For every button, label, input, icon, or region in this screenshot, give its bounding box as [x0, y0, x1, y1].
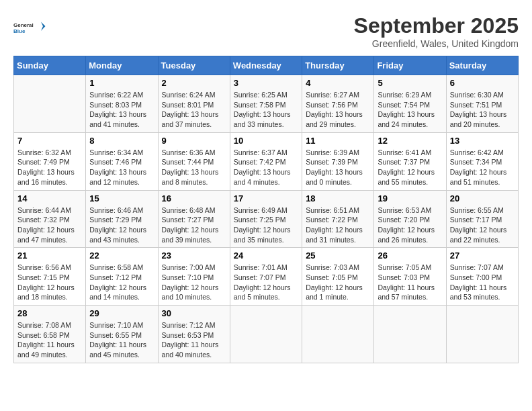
day-info: Sunrise: 6:56 AMSunset: 7:15 PMDaylight:… — [17, 263, 82, 302]
header-wednesday: Wednesday — [230, 56, 302, 75]
header-friday: Friday — [374, 56, 446, 75]
day-number: 17 — [234, 193, 298, 203]
day-info: Sunrise: 6:27 AMSunset: 7:56 PMDaylight:… — [306, 90, 370, 130]
day-cell: 12Sunrise: 6:41 AMSunset: 7:37 PMDayligh… — [374, 132, 446, 190]
day-cell: 14Sunrise: 6:44 AMSunset: 7:32 PMDayligh… — [14, 190, 86, 248]
day-info: Sunrise: 6:30 AMSunset: 7:51 PMDaylight:… — [450, 90, 515, 130]
day-cell: 27Sunrise: 7:07 AMSunset: 7:00 PMDayligh… — [446, 248, 518, 306]
svg-text:Blue: Blue — [13, 28, 26, 34]
day-info: Sunrise: 7:01 AMSunset: 7:07 PMDaylight:… — [234, 263, 298, 302]
day-info: Sunrise: 6:36 AMSunset: 7:44 PMDaylight:… — [162, 148, 226, 187]
location: Greenfield, Wales, United Kingdom — [354, 38, 519, 49]
day-number: 29 — [89, 308, 154, 318]
day-cell: 25Sunrise: 7:03 AMSunset: 7:05 PMDayligh… — [302, 248, 374, 306]
day-cell: 13Sunrise: 6:42 AMSunset: 7:34 PMDayligh… — [446, 132, 518, 190]
day-number: 9 — [162, 136, 226, 146]
day-cell: 16Sunrise: 6:48 AMSunset: 7:27 PMDayligh… — [158, 190, 230, 248]
calendar-table: SundayMondayTuesdayWednesdayThursdayFrid… — [13, 56, 519, 363]
day-cell: 20Sunrise: 6:55 AMSunset: 7:17 PMDayligh… — [446, 190, 518, 248]
week-row-2: 7Sunrise: 6:32 AMSunset: 7:49 PMDaylight… — [14, 132, 519, 190]
day-info: Sunrise: 7:03 AMSunset: 7:05 PMDaylight:… — [306, 263, 370, 302]
day-cell: 5Sunrise: 6:29 AMSunset: 7:54 PMDaylight… — [374, 75, 446, 133]
week-row-5: 28Sunrise: 7:08 AMSunset: 6:58 PMDayligh… — [14, 306, 519, 363]
day-number: 19 — [378, 193, 442, 203]
day-info: Sunrise: 6:48 AMSunset: 7:27 PMDaylight:… — [162, 205, 226, 245]
day-info: Sunrise: 7:05 AMSunset: 7:03 PMDaylight:… — [378, 263, 442, 302]
day-number: 8 — [89, 136, 154, 146]
day-number: 7 — [17, 136, 82, 146]
header-saturday: Saturday — [446, 56, 518, 75]
day-info: Sunrise: 6:22 AMSunset: 8:03 PMDaylight:… — [89, 90, 154, 130]
day-cell: 30Sunrise: 7:12 AMSunset: 6:53 PMDayligh… — [158, 306, 230, 363]
day-cell: 2Sunrise: 6:24 AMSunset: 8:01 PMDaylight… — [158, 75, 230, 133]
day-number: 26 — [378, 250, 442, 261]
day-info: Sunrise: 6:34 AMSunset: 7:46 PMDaylight:… — [89, 148, 154, 187]
day-cell: 17Sunrise: 6:49 AMSunset: 7:25 PMDayligh… — [230, 190, 302, 248]
day-info: Sunrise: 6:58 AMSunset: 7:12 PMDaylight:… — [89, 263, 154, 302]
day-info: Sunrise: 6:42 AMSunset: 7:34 PMDaylight:… — [450, 148, 515, 187]
day-cell: 9Sunrise: 6:36 AMSunset: 7:44 PMDaylight… — [158, 132, 230, 190]
day-info: Sunrise: 7:00 AMSunset: 7:10 PMDaylight:… — [162, 263, 226, 302]
week-row-1: 1Sunrise: 6:22 AMSunset: 8:03 PMDaylight… — [14, 75, 519, 133]
day-number: 3 — [234, 78, 298, 88]
day-number: 24 — [234, 250, 298, 261]
day-info: Sunrise: 6:39 AMSunset: 7:39 PMDaylight:… — [306, 148, 370, 187]
day-cell — [374, 306, 446, 363]
day-cell: 28Sunrise: 7:08 AMSunset: 6:58 PMDayligh… — [14, 306, 86, 363]
day-cell: 10Sunrise: 6:37 AMSunset: 7:42 PMDayligh… — [230, 132, 302, 190]
title-section: September 2025 Greenfield, Wales, United… — [354, 13, 519, 49]
day-number: 30 — [162, 308, 226, 318]
day-cell: 18Sunrise: 6:51 AMSunset: 7:22 PMDayligh… — [302, 190, 374, 248]
day-info: Sunrise: 7:10 AMSunset: 6:55 PMDaylight:… — [89, 320, 154, 360]
day-cell: 7Sunrise: 6:32 AMSunset: 7:49 PMDaylight… — [14, 132, 86, 190]
day-info: Sunrise: 6:41 AMSunset: 7:37 PMDaylight:… — [378, 148, 442, 187]
day-number: 12 — [378, 136, 442, 146]
day-number: 11 — [306, 136, 370, 146]
week-row-3: 14Sunrise: 6:44 AMSunset: 7:32 PMDayligh… — [14, 190, 519, 248]
day-info: Sunrise: 6:46 AMSunset: 7:29 PMDaylight:… — [89, 205, 154, 245]
day-number: 6 — [450, 78, 515, 88]
day-cell — [14, 75, 86, 133]
day-cell: 3Sunrise: 6:25 AMSunset: 7:58 PMDaylight… — [230, 75, 302, 133]
header-tuesday: Tuesday — [158, 56, 230, 75]
day-cell: 23Sunrise: 7:00 AMSunset: 7:10 PMDayligh… — [158, 248, 230, 306]
day-number: 18 — [306, 193, 370, 203]
day-number: 15 — [89, 193, 154, 203]
day-info: Sunrise: 6:37 AMSunset: 7:42 PMDaylight:… — [234, 148, 298, 187]
day-info: Sunrise: 6:25 AMSunset: 7:58 PMDaylight:… — [234, 90, 298, 130]
day-cell: 22Sunrise: 6:58 AMSunset: 7:12 PMDayligh… — [86, 248, 158, 306]
day-info: Sunrise: 7:12 AMSunset: 6:53 PMDaylight:… — [162, 320, 226, 360]
day-number: 2 — [162, 78, 226, 88]
day-number: 16 — [162, 193, 226, 203]
page-header: General Blue September 2025 Greenfield, … — [13, 13, 519, 49]
day-info: Sunrise: 7:07 AMSunset: 7:00 PMDaylight:… — [450, 263, 515, 302]
day-info: Sunrise: 6:51 AMSunset: 7:22 PMDaylight:… — [306, 205, 370, 245]
day-info: Sunrise: 6:55 AMSunset: 7:17 PMDaylight:… — [450, 205, 515, 245]
day-number: 5 — [378, 78, 442, 88]
day-info: Sunrise: 6:24 AMSunset: 8:01 PMDaylight:… — [162, 90, 226, 130]
day-cell: 1Sunrise: 6:22 AMSunset: 8:03 PMDaylight… — [86, 75, 158, 133]
day-number: 23 — [162, 250, 226, 261]
day-cell: 29Sunrise: 7:10 AMSunset: 6:55 PMDayligh… — [86, 306, 158, 363]
day-number: 25 — [306, 250, 370, 261]
day-info: Sunrise: 6:32 AMSunset: 7:49 PMDaylight:… — [17, 148, 82, 187]
day-cell: 19Sunrise: 6:53 AMSunset: 7:20 PMDayligh… — [374, 190, 446, 248]
day-cell: 11Sunrise: 6:39 AMSunset: 7:39 PMDayligh… — [302, 132, 374, 190]
day-number: 20 — [450, 193, 515, 203]
day-number: 4 — [306, 78, 370, 88]
header-thursday: Thursday — [302, 56, 374, 75]
day-info: Sunrise: 6:44 AMSunset: 7:32 PMDaylight:… — [17, 205, 82, 245]
logo-svg: General Blue — [13, 13, 47, 44]
month-title: September 2025 — [354, 13, 519, 38]
day-cell: 6Sunrise: 6:30 AMSunset: 7:51 PMDaylight… — [446, 75, 518, 133]
day-info: Sunrise: 6:29 AMSunset: 7:54 PMDaylight:… — [378, 90, 442, 130]
day-cell: 15Sunrise: 6:46 AMSunset: 7:29 PMDayligh… — [86, 190, 158, 248]
day-number: 13 — [450, 136, 515, 146]
day-cell: 4Sunrise: 6:27 AMSunset: 7:56 PMDaylight… — [302, 75, 374, 133]
header-sunday: Sunday — [14, 56, 86, 75]
day-cell: 26Sunrise: 7:05 AMSunset: 7:03 PMDayligh… — [374, 248, 446, 306]
header-monday: Monday — [86, 56, 158, 75]
day-cell — [230, 306, 302, 363]
day-cell — [446, 306, 518, 363]
day-number: 14 — [17, 193, 82, 203]
